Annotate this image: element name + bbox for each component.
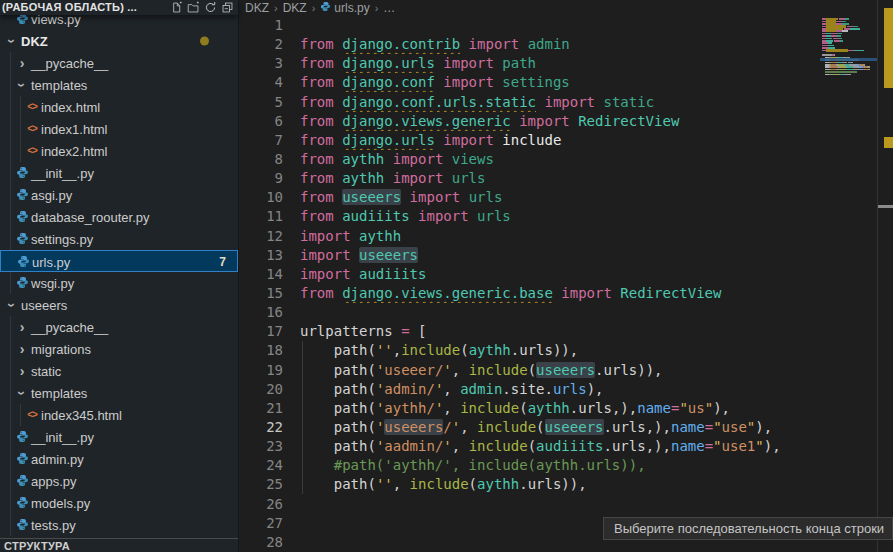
- code-line[interactable]: 25 path('', include(aythh.urls)),: [240, 475, 820, 494]
- sidebar-item-database-roouter-py[interactable]: database_roouter.py: [0, 206, 238, 228]
- line-number[interactable]: 21: [240, 399, 283, 418]
- sidebar-item-pycache[interactable]: ›__pycache__: [0, 52, 238, 74]
- line-number[interactable]: 8: [240, 150, 283, 169]
- line-number[interactable]: 5: [240, 93, 283, 112]
- collapse-all-icon[interactable]: [221, 1, 234, 14]
- code-line[interactable]: 22 path('useeers/', include(useeers.urls…: [240, 418, 820, 437]
- chevron-right-icon[interactable]: ›: [14, 363, 30, 379]
- code-line[interactable]: 12import aythh: [240, 227, 820, 246]
- code-line[interactable]: 15from django.views.generic.base import …: [240, 284, 820, 303]
- new-file-icon[interactable]: [170, 1, 183, 14]
- line-number[interactable]: 7: [240, 131, 283, 150]
- sidebar-resize-sash[interactable]: [238, 0, 239, 552]
- line-number[interactable]: 14: [240, 265, 283, 284]
- line-number[interactable]: 12: [240, 227, 283, 246]
- sidebar-item-asgi-py[interactable]: asgi.py: [0, 184, 238, 206]
- code-line[interactable]: 24 #path('aythh/', include(aythh.urls)),: [240, 456, 820, 475]
- code-line[interactable]: 21 path('aythh/', include(aythh.urls,),n…: [240, 399, 820, 418]
- sidebar-item-templates[interactable]: ›templates: [0, 382, 238, 404]
- sidebar-item-models-py[interactable]: models.py: [0, 492, 238, 514]
- chevron-down-icon[interactable]: ›: [4, 33, 20, 49]
- explorer-section-header[interactable]: (РАБОЧАЯ ОБЛАСТЬ) ...: [0, 0, 238, 15]
- code-line[interactable]: 16: [240, 303, 820, 322]
- sidebar-item-index-html[interactable]: <>index.html: [0, 96, 238, 118]
- code-line[interactable]: 26: [240, 495, 820, 514]
- code-line[interactable]: 4from django.conf import settings: [240, 73, 820, 92]
- code-line[interactable]: 17urlpatterns = [: [240, 322, 820, 341]
- line-number[interactable]: 22: [240, 418, 283, 437]
- breadcrumb-item[interactable]: DKZ: [283, 1, 307, 15]
- line-number[interactable]: 24: [240, 456, 283, 475]
- line-number[interactable]: 26: [240, 495, 283, 514]
- line-number[interactable]: 15: [240, 284, 283, 303]
- sidebar-item-settings-py[interactable]: settings.py: [0, 228, 238, 250]
- line-number[interactable]: 3: [240, 54, 283, 73]
- line-number[interactable]: 4: [240, 73, 283, 92]
- code-line[interactable]: 1: [240, 16, 820, 35]
- breadcrumb-item[interactable]: urls.py: [320, 1, 369, 15]
- code-line[interactable]: 8from aythh import views: [240, 150, 820, 169]
- line-number[interactable]: 11: [240, 207, 283, 226]
- code-line[interactable]: 10from useeers import urls: [240, 188, 820, 207]
- line-number[interactable]: 9: [240, 169, 283, 188]
- sidebar-item-index345-html[interactable]: <>index345.html: [0, 404, 238, 426]
- sidebar-item-apps-py[interactable]: apps.py: [0, 470, 238, 492]
- sidebar-item-static[interactable]: ›static: [0, 360, 238, 382]
- sidebar-item-dkz[interactable]: ›DKZ: [0, 30, 238, 52]
- line-number[interactable]: 19: [240, 361, 283, 380]
- line-number[interactable]: 2: [240, 35, 283, 54]
- line-number[interactable]: 25: [240, 475, 283, 494]
- sidebar-item-index1-html[interactable]: <>index1.html: [0, 118, 238, 140]
- sidebar-item-index2-html[interactable]: <>index2.html: [0, 140, 238, 162]
- file-label: admin.py: [31, 452, 84, 467]
- chevron-right-icon[interactable]: ›: [14, 319, 30, 335]
- line-number[interactable]: 10: [240, 188, 283, 207]
- line-number[interactable]: 13: [240, 246, 283, 265]
- new-folder-icon[interactable]: [187, 1, 200, 14]
- line-number[interactable]: 18: [240, 341, 283, 360]
- sidebar-item-tests-py[interactable]: tests.py: [0, 514, 238, 536]
- sidebar-item-templates[interactable]: ›templates: [0, 74, 238, 96]
- line-number[interactable]: 16: [240, 303, 283, 322]
- sidebar-item-init-py[interactable]: __init__.py: [0, 426, 238, 448]
- sidebar-item-urls-py[interactable]: urls.py7: [0, 250, 238, 272]
- code-line[interactable]: 18 path('',include(aythh.urls)),: [240, 341, 820, 360]
- chevron-right-icon[interactable]: ›: [14, 55, 30, 71]
- sidebar-item-migrations[interactable]: ›migrations: [0, 338, 238, 360]
- code-line[interactable]: 23 path('aadmin/', include(audiiits.urls…: [240, 437, 820, 456]
- chevron-down-icon[interactable]: ›: [14, 77, 30, 93]
- minimap-line-mark: [826, 38, 832, 40]
- code-line[interactable]: 14import audiiits: [240, 265, 820, 284]
- code-line[interactable]: 11from audiiits import urls: [240, 207, 820, 226]
- code-line[interactable]: 3from django.urls import path: [240, 54, 820, 73]
- sidebar-item-init-py[interactable]: __init__.py: [0, 162, 238, 184]
- chevron-down-icon[interactable]: ›: [4, 297, 20, 313]
- breadcrumb[interactable]: DKZ›DKZ›urls.py›…: [245, 0, 395, 16]
- refresh-icon[interactable]: [204, 1, 217, 14]
- chevron-right-icon[interactable]: ›: [14, 341, 30, 357]
- line-number[interactable]: 28: [240, 533, 283, 552]
- code-line[interactable]: 6from django.views.generic import Redire…: [240, 112, 820, 131]
- line-number[interactable]: 27: [240, 514, 283, 533]
- sidebar-item-wsgi-py[interactable]: wsgi.py: [0, 272, 238, 294]
- chevron-down-icon[interactable]: ›: [14, 385, 30, 401]
- code-line[interactable]: 9from aythh import urls: [240, 169, 820, 188]
- code-line[interactable]: 19 path('useeer/', include(useeers.urls)…: [240, 361, 820, 380]
- sidebar-item-admin-py[interactable]: admin.py: [0, 448, 238, 470]
- code-line[interactable]: 20 path('admin/', admin.site.urls),: [240, 380, 820, 399]
- line-number[interactable]: 23: [240, 437, 283, 456]
- minimap[interactable]: [820, 16, 877, 136]
- line-number[interactable]: 17: [240, 322, 283, 341]
- line-number[interactable]: 1: [240, 16, 283, 35]
- code-line[interactable]: 5from django.conf.urls.static import sta…: [240, 93, 820, 112]
- sidebar-item-useeers[interactable]: ›useeers: [0, 294, 238, 316]
- code-line[interactable]: 13import useeers: [240, 246, 820, 265]
- breadcrumb-item[interactable]: …: [383, 1, 395, 15]
- sidebar-item-pycache[interactable]: ›__pycache__: [0, 316, 238, 338]
- code-line[interactable]: 7from django.urls import include: [240, 131, 820, 150]
- line-number[interactable]: 6: [240, 112, 283, 131]
- code-line[interactable]: 2from django.contrib import admin: [240, 35, 820, 54]
- line-number[interactable]: 20: [240, 380, 283, 399]
- breadcrumb-item[interactable]: DKZ: [245, 1, 269, 15]
- outline-section-header[interactable]: СТРУКТУРА: [0, 538, 238, 552]
